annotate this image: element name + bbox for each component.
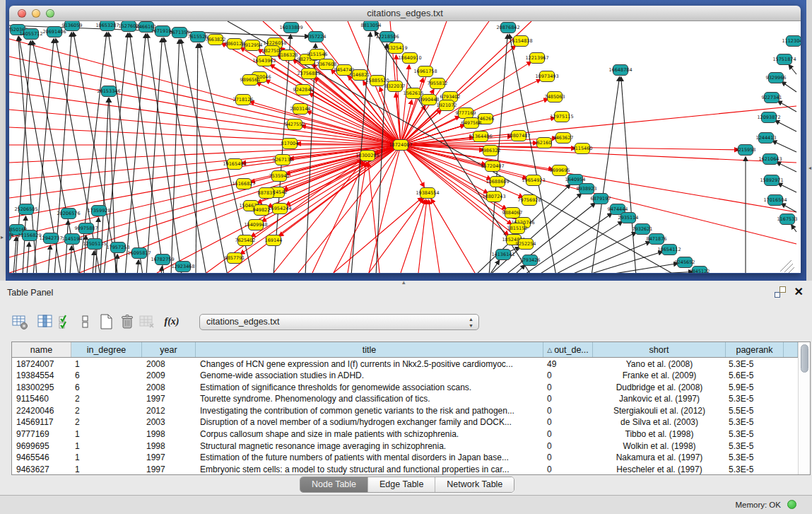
- table-cell[interactable]: [784, 358, 798, 370]
- table-cell[interactable]: Franke et al. (2009): [593, 370, 726, 382]
- table-cell[interactable]: Jankovic et al. (1997): [593, 393, 726, 405]
- table-row[interactable]: 1456911722003Disruption of a novel membe…: [12, 416, 798, 428]
- new-table-icon[interactable]: [96, 312, 116, 332]
- left-panel-collapse-handle-icon[interactable]: ▸: [1, 234, 4, 240]
- column-header-filler[interactable]: [784, 342, 798, 357]
- table-mode-icon[interactable]: [10, 312, 30, 332]
- table-cell[interactable]: 0: [543, 463, 593, 474]
- table-cell[interactable]: 1: [71, 452, 142, 464]
- column-header-title[interactable]: title: [196, 342, 543, 357]
- table-row[interactable]: 1830029562008Estimation of significance …: [12, 381, 798, 393]
- table-cell[interactable]: 49: [543, 358, 593, 370]
- table-cell[interactable]: Investigating the contribution of common…: [196, 404, 543, 416]
- column-header-name[interactable]: name: [12, 342, 71, 357]
- table-row[interactable]: 977716911998Corpus callosum shape and si…: [12, 428, 798, 440]
- table-cell[interactable]: 5.3E-5: [726, 393, 784, 405]
- table-cell[interactable]: [784, 404, 798, 416]
- table-selector-dropdown[interactable]: citations_edges.txt ▲▼: [199, 314, 479, 330]
- table-cell[interactable]: Disruption of a novel member of a sodium…: [196, 416, 543, 428]
- table-cell[interactable]: [784, 452, 798, 464]
- table-cell[interactable]: Embryonic stem cells: a model to study s…: [196, 463, 543, 474]
- table-cell[interactable]: 0: [543, 416, 593, 428]
- table-cell[interactable]: Dudbridge et al. (2008): [593, 381, 726, 393]
- table-cell[interactable]: 1997: [142, 452, 196, 464]
- table-cell[interactable]: 6: [71, 370, 142, 382]
- table-cell[interactable]: Estimation of significance thresholds fo…: [196, 381, 543, 393]
- table-row[interactable]: 911546021997Tourette syndrome. Phenomeno…: [12, 393, 798, 405]
- table-cell[interactable]: 0: [543, 440, 593, 452]
- table-cell[interactable]: 6: [71, 381, 142, 393]
- select-columns-icon[interactable]: [56, 312, 76, 332]
- table-cell[interactable]: Wolkin et al. (1998): [593, 440, 726, 452]
- tab-node-table[interactable]: Node Table: [300, 477, 368, 492]
- table-row[interactable]: 946362711997Embryonic stem cells: a mode…: [12, 463, 798, 474]
- table-cell[interactable]: 0: [543, 404, 593, 416]
- table-cell[interactable]: [784, 393, 798, 405]
- table-cell[interactable]: 2008: [142, 381, 196, 393]
- table-cell[interactable]: 1: [71, 428, 142, 440]
- table-cell[interactable]: 2012: [142, 404, 196, 416]
- table-cell[interactable]: [784, 370, 798, 382]
- table-cell[interactable]: 9465546: [12, 452, 71, 464]
- column-header-pagerank[interactable]: pagerank: [726, 342, 784, 357]
- table-cell[interactable]: [784, 428, 798, 440]
- column-visibility-icon[interactable]: [35, 312, 55, 332]
- table-cell[interactable]: 1: [71, 463, 142, 474]
- scrollbar-thumb[interactable]: [801, 344, 808, 373]
- float-window-icon[interactable]: [775, 286, 786, 298]
- table-cell[interactable]: 0: [543, 428, 593, 440]
- table-cell[interactable]: 9463627: [12, 463, 71, 474]
- table-cell[interactable]: Yano et al. (2008): [593, 358, 726, 370]
- row-height-icon[interactable]: [75, 312, 95, 332]
- table-cell[interactable]: 5.5E-5: [726, 404, 784, 416]
- table-cell[interactable]: 1998: [142, 428, 196, 440]
- table-cell[interactable]: 5.3E-5: [726, 358, 784, 370]
- table-cell[interactable]: 5.3E-5: [726, 428, 784, 440]
- table-cell[interactable]: 1998: [142, 440, 196, 452]
- table-cell[interactable]: [784, 381, 798, 393]
- table-cell[interactable]: 22420046: [12, 404, 71, 416]
- table-cell[interactable]: [784, 416, 798, 428]
- table-cell[interactable]: 0: [543, 452, 593, 464]
- delete-table-icon[interactable]: [117, 312, 137, 332]
- table-cell[interactable]: Genome-wide association studies in ADHD.: [196, 370, 543, 382]
- table-cell[interactable]: 1: [71, 358, 142, 370]
- table-cell[interactable]: 9777169: [12, 428, 71, 440]
- table-cell[interactable]: 5.3E-5: [726, 452, 784, 464]
- column-header-year[interactable]: year: [142, 342, 196, 357]
- table-cell[interactable]: 2003: [142, 416, 196, 428]
- table-cell[interactable]: Nakamura et al. (1997): [593, 452, 726, 464]
- table-cell[interactable]: 2: [71, 416, 142, 428]
- table-row[interactable]: 2242004622012Investigating the contribut…: [12, 404, 798, 416]
- table-cell[interactable]: Hescheler et al. (1997): [593, 463, 726, 474]
- table-cell[interactable]: 5.9E-5: [726, 381, 784, 393]
- table-cell[interactable]: [784, 440, 798, 452]
- table-cell[interactable]: 2: [71, 404, 142, 416]
- table-cell[interactable]: 2009: [142, 370, 196, 382]
- table-cell[interactable]: 19384554: [12, 370, 71, 382]
- table-cell[interactable]: 9699695: [12, 440, 71, 452]
- column-header-in_degree[interactable]: in_degree: [71, 342, 142, 357]
- table-cell[interactable]: 18300295: [12, 381, 71, 393]
- table-cell[interactable]: 1997: [142, 393, 196, 405]
- table-cell[interactable]: Estimation of the future numbers of pati…: [196, 452, 543, 464]
- table-cell[interactable]: Structural magnetic resonance image aver…: [196, 440, 543, 452]
- table-cell[interactable]: 2008: [142, 358, 196, 370]
- table-cell[interactable]: 2: [71, 393, 142, 405]
- table-row[interactable]: 946554611997Estimation of the future num…: [12, 452, 798, 464]
- table-cell[interactable]: 18724007: [12, 358, 71, 370]
- table-cell[interactable]: Stergiakouli et al. (2012): [593, 404, 726, 416]
- table-cell[interactable]: 1997: [142, 463, 196, 474]
- right-panel-collapse-handle-icon[interactable]: ◂: [808, 165, 811, 171]
- table-cell[interactable]: Tourette syndrome. Phenomenology and cla…: [196, 393, 543, 405]
- table-cell[interactable]: Tibbo et al. (1998): [593, 428, 726, 440]
- table-cell[interactable]: Corpus callosum shape and size in male p…: [196, 428, 543, 440]
- table-cell[interactable]: de Silva et al. (2003): [593, 416, 726, 428]
- network-window-titlebar[interactable]: citations_edges.txt: [9, 6, 801, 21]
- table-cell[interactable]: [784, 463, 798, 474]
- tab-network-table[interactable]: Network Table: [435, 477, 514, 492]
- table-cell[interactable]: 5.3E-5: [726, 440, 784, 452]
- table-cell[interactable]: 5.6E-5: [726, 370, 784, 382]
- table-cell[interactable]: 5.3E-5: [726, 416, 784, 428]
- table-cell[interactable]: 0: [543, 393, 593, 405]
